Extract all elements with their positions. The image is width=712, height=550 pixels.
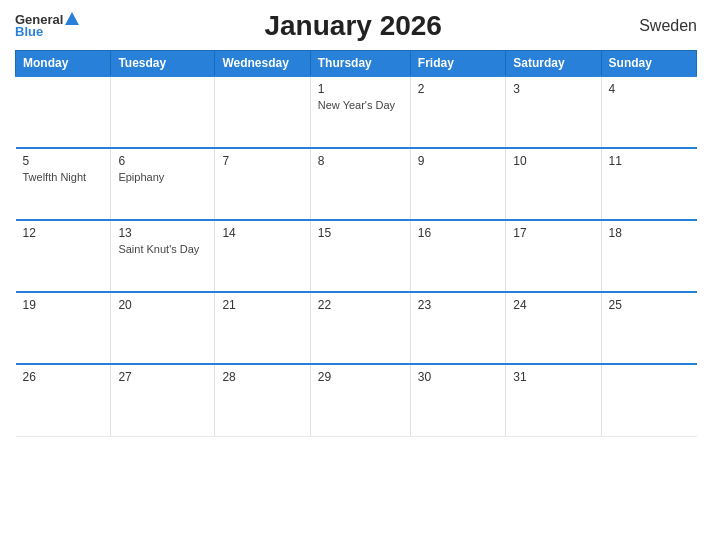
col-wednesday: Wednesday (215, 51, 310, 77)
calendar-cell: 14 (215, 220, 310, 292)
day-number: 8 (318, 154, 403, 168)
holiday-label: Saint Knut's Day (118, 243, 199, 255)
day-number: 12 (23, 226, 104, 240)
day-number: 14 (222, 226, 302, 240)
calendar-cell: 10 (506, 148, 601, 220)
calendar-cell: 6Epiphany (111, 148, 215, 220)
calendar-cell: 7 (215, 148, 310, 220)
day-number: 28 (222, 370, 302, 384)
day-number: 30 (418, 370, 498, 384)
calendar-cell: 18 (601, 220, 696, 292)
header: General Blue January 2026 Sweden (15, 10, 697, 42)
holiday-label: New Year's Day (318, 99, 395, 111)
day-number: 6 (118, 154, 207, 168)
day-number: 15 (318, 226, 403, 240)
logo-blue-text: Blue (15, 25, 43, 39)
calendar-cell: 2 (410, 76, 505, 148)
day-number: 1 (318, 82, 403, 96)
calendar-cell: 21 (215, 292, 310, 364)
calendar-cell: 17 (506, 220, 601, 292)
day-number: 13 (118, 226, 207, 240)
calendar-cell: 3 (506, 76, 601, 148)
calendar-body: 1New Year's Day2345Twelfth Night6Epiphan… (16, 76, 697, 436)
calendar-cell (601, 364, 696, 436)
weekday-header-row: Monday Tuesday Wednesday Thursday Friday… (16, 51, 697, 77)
calendar-header: Monday Tuesday Wednesday Thursday Friday… (16, 51, 697, 77)
day-number: 21 (222, 298, 302, 312)
holiday-label: Twelfth Night (23, 171, 87, 183)
calendar-cell: 22 (310, 292, 410, 364)
calendar-cell: 11 (601, 148, 696, 220)
col-monday: Monday (16, 51, 111, 77)
calendar-week-row: 1New Year's Day234 (16, 76, 697, 148)
day-number: 4 (609, 82, 690, 96)
calendar-week-row: 1213Saint Knut's Day1415161718 (16, 220, 697, 292)
day-number: 7 (222, 154, 302, 168)
calendar-title: January 2026 (79, 10, 627, 42)
calendar-cell: 29 (310, 364, 410, 436)
day-number: 25 (609, 298, 690, 312)
calendar-week-row: 19202122232425 (16, 292, 697, 364)
calendar-cell: 4 (601, 76, 696, 148)
calendar-cell: 5Twelfth Night (16, 148, 111, 220)
day-number: 26 (23, 370, 104, 384)
calendar-cell: 20 (111, 292, 215, 364)
col-friday: Friday (410, 51, 505, 77)
day-number: 9 (418, 154, 498, 168)
calendar-cell: 8 (310, 148, 410, 220)
logo: General Blue (15, 13, 79, 40)
day-number: 29 (318, 370, 403, 384)
calendar-week-row: 262728293031 (16, 364, 697, 436)
country-label: Sweden (627, 17, 697, 35)
day-number: 16 (418, 226, 498, 240)
day-number: 10 (513, 154, 593, 168)
day-number: 22 (318, 298, 403, 312)
calendar-page: General Blue January 2026 Sweden Monday … (0, 0, 712, 550)
day-number: 18 (609, 226, 690, 240)
col-thursday: Thursday (310, 51, 410, 77)
day-number: 31 (513, 370, 593, 384)
calendar-cell: 16 (410, 220, 505, 292)
day-number: 2 (418, 82, 498, 96)
calendar-cell: 30 (410, 364, 505, 436)
calendar-cell: 24 (506, 292, 601, 364)
calendar-table: Monday Tuesday Wednesday Thursday Friday… (15, 50, 697, 437)
calendar-cell: 23 (410, 292, 505, 364)
calendar-cell (111, 76, 215, 148)
calendar-cell (215, 76, 310, 148)
col-saturday: Saturday (506, 51, 601, 77)
day-number: 3 (513, 82, 593, 96)
calendar-cell: 28 (215, 364, 310, 436)
day-number: 20 (118, 298, 207, 312)
holiday-label: Epiphany (118, 171, 164, 183)
day-number: 17 (513, 226, 593, 240)
day-number: 23 (418, 298, 498, 312)
calendar-cell: 19 (16, 292, 111, 364)
col-sunday: Sunday (601, 51, 696, 77)
day-number: 5 (23, 154, 104, 168)
calendar-cell: 13Saint Knut's Day (111, 220, 215, 292)
day-number: 24 (513, 298, 593, 312)
calendar-cell: 15 (310, 220, 410, 292)
calendar-cell: 12 (16, 220, 111, 292)
day-number: 27 (118, 370, 207, 384)
calendar-cell: 1New Year's Day (310, 76, 410, 148)
calendar-cell (16, 76, 111, 148)
calendar-week-row: 5Twelfth Night6Epiphany7891011 (16, 148, 697, 220)
calendar-cell: 25 (601, 292, 696, 364)
calendar-cell: 26 (16, 364, 111, 436)
col-tuesday: Tuesday (111, 51, 215, 77)
day-number: 19 (23, 298, 104, 312)
calendar-cell: 31 (506, 364, 601, 436)
calendar-cell: 9 (410, 148, 505, 220)
calendar-cell: 27 (111, 364, 215, 436)
day-number: 11 (609, 154, 690, 168)
